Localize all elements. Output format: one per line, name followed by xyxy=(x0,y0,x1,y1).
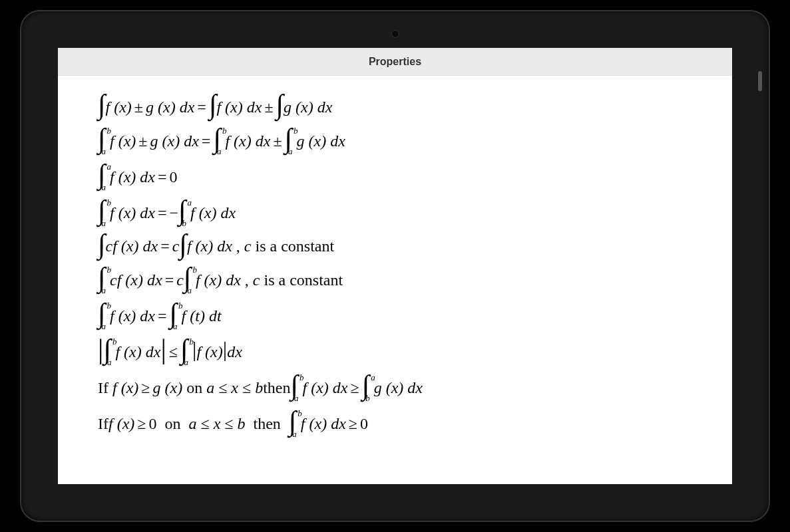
note-text: , c is a constant xyxy=(241,272,343,288)
operator: − xyxy=(170,205,179,221)
title-bar: Properties xyxy=(58,48,732,76)
integral-icon: ∫ xyxy=(276,94,284,116)
integral-bounds: ba xyxy=(103,200,108,226)
integral-icon: ∫ xyxy=(209,94,217,116)
math-text: g (x) xyxy=(152,380,182,396)
math-text: f (x) dx xyxy=(110,169,155,185)
operator: ± xyxy=(264,99,273,115)
integral-icon: ∫ xyxy=(179,233,187,256)
operator: = xyxy=(158,169,167,185)
math-text: f (x) dx xyxy=(110,205,155,221)
operator: ± xyxy=(134,99,143,115)
integral-bounds: ba xyxy=(103,128,108,154)
math-text: f (x) dx xyxy=(187,238,232,254)
math-text: g (x) dx xyxy=(374,380,423,396)
math-text: f (x) dx xyxy=(302,380,347,396)
integral-icon: ∫ xyxy=(98,94,106,116)
integral-bounds: ba xyxy=(174,303,179,329)
formula-row: ∫ ba f (x) ± g (x) dx = ∫ ba f (x) dx ± … xyxy=(98,128,692,154)
math-text: 0 xyxy=(148,416,156,432)
integral-bounds: ba xyxy=(218,128,223,154)
math-text: f (x) dx xyxy=(301,416,346,432)
math-text: f (x) dx xyxy=(190,205,236,221)
text: If xyxy=(98,416,108,432)
math-text: f (x) dx xyxy=(216,99,262,115)
math-text: f (x) xyxy=(108,380,138,396)
math-text: f (x) xyxy=(106,99,132,115)
math-text: f (x) dx xyxy=(196,272,241,288)
integral-bounds: ba xyxy=(103,267,108,293)
math-text: f (t) dt xyxy=(182,308,222,324)
operator: ≤ xyxy=(169,344,178,360)
integral-bounds: aa xyxy=(103,164,108,190)
integral-bounds: ba xyxy=(103,303,108,329)
formula-row: If f (x) ≥ g (x) on a ≤ x ≤ b then ∫ ba … xyxy=(98,374,692,401)
operator: ≥ xyxy=(349,416,357,432)
operator: = xyxy=(202,133,211,149)
formula-row: ∫ aa f (x) dx = 0 xyxy=(98,164,692,190)
integral-bounds: ba xyxy=(108,338,113,365)
math-text: g (x) dx xyxy=(146,99,194,115)
math-text: 0 xyxy=(170,169,178,185)
text: on xyxy=(156,416,188,432)
abs-bar-icon: | xyxy=(223,341,227,358)
operator: = xyxy=(197,99,206,115)
operator: = xyxy=(158,205,167,221)
camera-icon xyxy=(391,30,399,38)
math-text: f (x) xyxy=(108,416,134,432)
abs-bar-icon: | xyxy=(160,338,166,361)
math-text: a ≤ x ≤ b xyxy=(188,416,245,432)
abs-bar-icon: | xyxy=(192,341,196,358)
math-text: a ≤ x ≤ b xyxy=(206,380,263,396)
integral-bounds: ba xyxy=(186,338,190,365)
math-text: g (x) dx xyxy=(284,99,332,115)
math-text: f (x) xyxy=(110,133,136,149)
math-text: f (x) dx xyxy=(115,344,160,360)
operator: = xyxy=(160,238,170,254)
formula-row: ∫ ba f (x) dx = ∫ ba f (t) dt xyxy=(98,303,692,329)
integral-icon: ∫ xyxy=(98,233,106,256)
operator: ± xyxy=(273,133,282,149)
formula-row: ∫ ba cf (x) dx = c ∫ ba f (x) dx , c is … xyxy=(98,267,692,293)
integral-bounds: ba xyxy=(294,410,298,437)
text: then xyxy=(263,380,290,396)
screen: Properties ∫ f (x) ± g (x) dx = ∫ f (x) … xyxy=(58,48,732,484)
math-text: g (x) dx xyxy=(150,133,199,149)
formula-row: ∫ ba f (x) dx = − ∫ ab f (x) dx xyxy=(98,200,692,226)
integral-bounds: ab xyxy=(184,200,188,226)
formula-row: ∫ f (x) ± g (x) dx = ∫ f (x) dx ± ∫ g (x… xyxy=(98,96,692,118)
content-area[interactable]: ∫ f (x) ± g (x) dx = ∫ f (x) dx ± ∫ g (x… xyxy=(58,76,732,460)
tablet-frame: Properties ∫ f (x) ± g (x) dx = ∫ f (x) … xyxy=(20,10,770,522)
operator: ≥ xyxy=(141,380,150,396)
math-text: f (x) dx xyxy=(225,133,270,149)
text: on xyxy=(182,380,206,396)
formula-row: If f (x) ≥ 0 on a ≤ x ≤ b then ∫ ba f (x… xyxy=(98,410,692,437)
operator: ± xyxy=(138,133,147,149)
operator: = xyxy=(165,272,174,288)
integral-bounds: ba xyxy=(188,267,193,293)
math-text: dx xyxy=(227,344,242,360)
math-text: c xyxy=(172,238,180,254)
page-title: Properties xyxy=(369,56,421,68)
math-text: f (x) xyxy=(196,344,222,360)
formula-row: | ∫ ba f (x) dx | ≤ ∫ ba | f (x) | dx xyxy=(98,338,692,365)
power-indicator-icon xyxy=(758,71,762,91)
math-text: f (x) dx xyxy=(110,308,155,324)
text: If xyxy=(98,380,108,396)
math-text: cf (x) dx xyxy=(110,272,162,288)
math-text: cf (x) dx xyxy=(106,238,158,254)
formula-row: ∫ cf (x) dx = c ∫ f (x) dx , c is a cons… xyxy=(98,235,692,258)
math-text: c xyxy=(176,272,184,288)
text: then xyxy=(245,416,288,432)
operator: ≥ xyxy=(350,380,359,396)
integral-bounds: ba xyxy=(296,374,300,401)
operator: = xyxy=(158,308,167,324)
math-text: 0 xyxy=(360,416,368,432)
integral-bounds: ab xyxy=(367,374,371,401)
integral-bounds: ba xyxy=(290,128,294,154)
operator: ≥ xyxy=(137,416,146,432)
note-text: , c is a constant xyxy=(232,238,334,254)
math-text: g (x) dx xyxy=(297,133,345,149)
